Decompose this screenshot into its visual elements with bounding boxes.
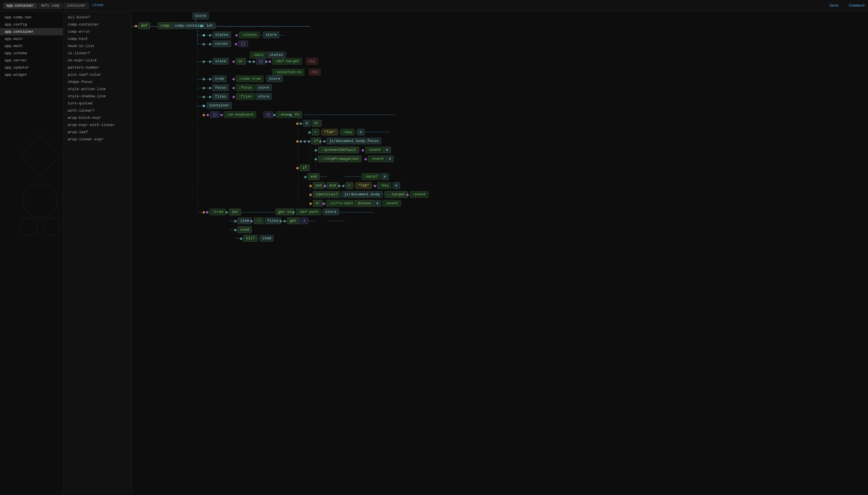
fn-style-shadow-line[interactable]: style-shadow-line [63, 93, 132, 100]
node-colon-key[interactable]: :key [340, 129, 355, 135]
node-e5[interactable]: e [381, 173, 389, 180]
node-bracket-empty[interactable]: [] [238, 40, 248, 47]
node-store-states[interactable]: store [263, 32, 279, 38]
node-e[interactable]: e [303, 120, 310, 126]
sidebar-item-main[interactable]: app.main [0, 35, 63, 42]
node-and1[interactable]: and [308, 173, 320, 180]
node-item2[interactable]: item [259, 235, 274, 242]
node-d-bang[interactable]: d! [312, 120, 322, 126]
tab-container[interactable]: container [64, 3, 89, 8]
fn-on-expr-click[interactable]: on-expr-click [63, 57, 132, 64]
fn-wrap-expr-with-linear[interactable]: wrap-expr-with-linear [63, 121, 132, 129]
node-brace3[interactable]: {} [263, 111, 273, 118]
node-selected-ns[interactable]: :selected-ns [272, 69, 304, 75]
node-get-val[interactable]: -1 [299, 218, 308, 224]
node-colon-event2[interactable]: :event [368, 155, 387, 162]
node-nil3[interactable]: nil? [243, 235, 257, 242]
command-button[interactable]: Command [849, 3, 865, 8]
node-store6[interactable]: store [323, 209, 339, 215]
node-state[interactable]: state [212, 58, 229, 65]
node-eq[interactable]: = [312, 129, 319, 135]
node-colon-event3[interactable]: :event [410, 191, 428, 198]
node-eq2[interactable]: = [345, 182, 353, 189]
node-js-focus[interactable]: js/document.body.focus [327, 138, 381, 144]
node-store-tree[interactable]: store [266, 75, 283, 82]
fn-comp-hint[interactable]: comp-hint [63, 35, 132, 42]
sidebar-item-updater[interactable]: app.updater [0, 64, 63, 71]
node-brace2[interactable]: {} [210, 111, 220, 118]
node-arrow[interactable]: -> [254, 218, 263, 224]
sidebar-item-container[interactable]: app.container [0, 28, 63, 35]
node-stop-prop[interactable]: .!stopPropagation [318, 155, 361, 162]
node-e3[interactable]: e [384, 147, 391, 153]
node-colon-focus[interactable]: :focus [236, 84, 255, 91]
fn-pick-leaf-color[interactable]: pick-leaf-color [63, 71, 132, 78]
node-colon-data[interactable]: :data [250, 52, 266, 58]
fn-wrap-linear-expr[interactable]: wrap-linear-expr [63, 136, 132, 143]
node-def-path[interactable]: :def-path [296, 209, 321, 215]
node-and2[interactable]: and [327, 182, 338, 189]
node-states-data[interactable]: states [267, 52, 286, 58]
node-tree[interactable]: tree [212, 75, 226, 82]
sidebar-item-server[interactable]: app.server [0, 57, 63, 64]
node-identical[interactable]: identical? [313, 191, 340, 198]
sidebar-item-widget[interactable]: app.widget [0, 71, 63, 78]
node-e7[interactable]: e [374, 200, 381, 207]
node-e4[interactable]: e [386, 155, 394, 162]
node-get[interactable]: get [287, 218, 299, 224]
node-not[interactable]: not [313, 182, 325, 189]
save-button[interactable]: Save [830, 3, 838, 8]
sidebar-item-comp-nav[interactable]: app.comp.nav [0, 14, 63, 21]
fn-with-linear[interactable]: with-linear? [63, 107, 132, 114]
fn-wrap-leaf[interactable]: wrap-leaf [63, 129, 132, 136]
node-cursor[interactable]: cursor [212, 40, 231, 47]
node-colon-states[interactable]: :states [239, 32, 260, 38]
node-dot-target[interactable]: .-target [385, 191, 408, 198]
node-code-tree[interactable]: :code-tree [236, 75, 263, 82]
tab-defs-comp[interactable]: defs comp [38, 3, 63, 8]
sidebar-item-schema[interactable]: app.schema [0, 50, 63, 57]
fn-pattern-number[interactable]: pattern-number [63, 64, 132, 71]
node-store-focus[interactable]: store [255, 84, 272, 91]
fn-style-active-line[interactable]: style-active-line [63, 86, 132, 93]
node-focus[interactable]: focus [212, 84, 229, 91]
node-colon-tree[interactable]: :tree [209, 209, 226, 215]
node-colon-event4[interactable]: :event [382, 200, 401, 207]
fn-is-linear[interactable]: is-linear? [63, 50, 132, 57]
node-or[interactable]: or [236, 58, 246, 65]
node-d-bang2[interactable]: d! [313, 200, 323, 207]
node-let[interactable]: let [204, 22, 216, 29]
node-nil2[interactable]: nil [309, 69, 321, 75]
node-colon-event1[interactable]: :event [365, 147, 384, 153]
node-brace1[interactable]: {} [256, 58, 266, 65]
node-container[interactable]: container [207, 102, 232, 109]
node-files2[interactable]: files [265, 218, 281, 224]
fn-wrap-block-expr[interactable]: wrap-block-expr [63, 114, 132, 121]
node-nil1[interactable]: nil [306, 58, 318, 65]
fn-comp-error[interactable]: comp-error [63, 28, 132, 35]
node-item[interactable]: item [238, 218, 252, 224]
node-files[interactable]: files [212, 93, 229, 100]
node-cond[interactable]: cond [238, 226, 252, 233]
node-e2[interactable]: e [357, 129, 364, 135]
tab-app-container[interactable]: app.container [3, 3, 37, 8]
node-colon-key2[interactable]: :key [377, 182, 391, 189]
node-on-keyboard[interactable]: :on-keyboard [224, 111, 256, 118]
fn-head-in-list[interactable]: head-in-list [63, 42, 132, 50]
fn-all-block[interactable]: all-block? [63, 14, 132, 21]
node-def-target[interactable]: :def-target [272, 58, 302, 65]
node-let2[interactable]: let [229, 209, 241, 215]
node-e6[interactable]: e [393, 182, 400, 189]
node-cirru-edit[interactable]: :cirru-edit [326, 200, 356, 207]
node-fn[interactable]: fn [292, 111, 302, 118]
fn-shape-focus[interactable]: shape-focus [63, 78, 132, 86]
node-tab-str[interactable]: "Tab" [322, 129, 338, 135]
sidebar-item-config[interactable]: app.config [0, 21, 63, 28]
fn-comp-container[interactable]: comp-container [63, 21, 132, 28]
node-colon-files[interactable]: :files [236, 93, 255, 100]
node-js-body[interactable]: js/document.body [342, 191, 382, 198]
node-def[interactable]: def [138, 22, 150, 29]
sidebar-item-math[interactable]: app.math [0, 42, 63, 50]
node-comp[interactable]: comp [158, 22, 172, 29]
fn-turn-quoted[interactable]: turn-quoted [63, 100, 132, 107]
